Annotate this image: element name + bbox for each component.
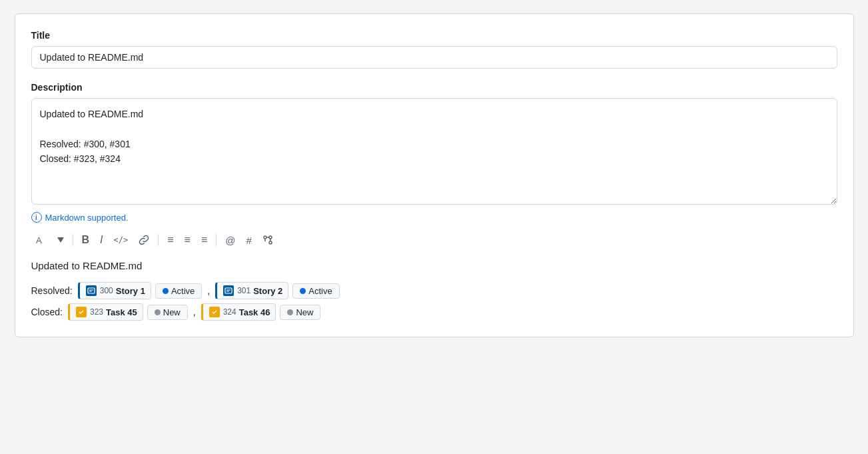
toolbar-bold-button[interactable]: B [77,231,95,249]
toolbar-code-button[interactable]: </> [109,232,133,248]
info-icon: i [31,212,42,223]
work-item-323-chip[interactable]: 323 Task 45 [68,303,143,321]
item-301-title: Story 2 [253,286,282,296]
toolbar-link-button[interactable] [134,231,154,249]
markdown-info: i Markdown supported. [31,212,837,223]
title-label: Title [31,30,837,41]
main-container: Title Description Updated to README.md R… [15,13,854,337]
svg-rect-7 [225,288,232,293]
item-323-status-dot [155,309,161,315]
svg-point-1 [264,236,266,239]
closed-label: Closed: [31,307,63,317]
item-300-status-dot [163,288,169,294]
item-301-status-dot [300,288,306,294]
item-301-status: Active [292,283,339,299]
svg-text:A: A [36,235,42,245]
item-324-status-dot [287,309,293,315]
item-323-status-text: New [163,307,181,317]
preview-text: Updated to README.md [31,260,837,271]
item-300-number: 300 [100,286,113,295]
separator-1: , [207,285,210,296]
toolbar: A B I </> ≡ ≡ ≡ @ # [31,231,837,249]
svg-rect-4 [88,288,95,293]
story-icon-300 [85,285,97,297]
separator-2: , [193,307,196,317]
toolbar-dropdown-button[interactable] [53,234,69,246]
item-323-status: New [147,305,188,320]
toolbar-separator-1 [73,234,73,246]
task-icon-324 [209,306,220,318]
task-icon-323 [75,306,87,318]
markdown-info-text: Markdown supported. [45,213,129,223]
item-300-status-text: Active [171,286,195,296]
item-324-status: New [280,305,320,320]
toolbar-ordered-list-button[interactable]: ≡ [180,231,195,249]
description-label: Description [31,82,837,93]
toolbar-pr-button[interactable] [258,231,278,249]
item-300-title: Story 1 [116,286,145,296]
toolbar-text-style-button[interactable]: A [31,231,51,249]
story-icon-301 [222,285,234,297]
item-324-status-text: New [296,307,313,317]
toolbar-separator-3 [216,234,217,246]
item-324-title: Task 46 [239,307,270,317]
toolbar-checklist-button[interactable]: ≡ [197,231,212,249]
toolbar-separator-2 [158,234,159,246]
work-items-section: Resolved: 300 Story 1 Active , [31,282,837,321]
closed-row: Closed: 323 Task 45 New , [31,303,837,321]
work-item-300-chip[interactable]: 300 Story 1 [78,282,151,299]
work-item-324-chip[interactable]: 324 Task 46 [201,303,276,321]
resolved-label: Resolved: [31,285,73,296]
svg-point-2 [269,241,272,244]
toolbar-unordered-list-button[interactable]: ≡ [163,231,178,249]
description-textarea[interactable]: Updated to README.md Resolved: #300, #30… [31,98,837,205]
work-item-301-chip[interactable]: 301 Story 2 [215,282,288,299]
svg-point-3 [269,236,272,239]
item-324-number: 324 [223,307,236,317]
title-input[interactable] [31,46,837,69]
item-301-number: 301 [237,286,250,295]
toolbar-hash-button[interactable]: # [241,231,256,249]
resolved-row: Resolved: 300 Story 1 Active , [31,282,837,299]
toolbar-mention-button[interactable]: @ [220,231,240,249]
item-301-status-text: Active [308,286,332,296]
item-323-title: Task 45 [106,307,137,317]
toolbar-italic-button[interactable]: I [95,231,107,249]
item-300-status: Active [155,283,202,299]
item-323-number: 323 [90,307,103,317]
